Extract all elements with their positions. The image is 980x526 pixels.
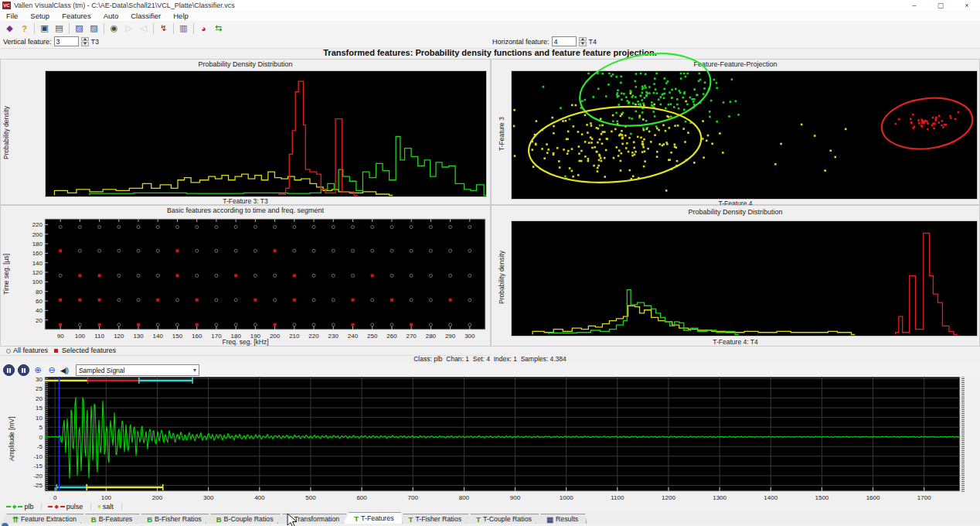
tab-label: Results — [556, 515, 578, 523]
svg-text:20: 20 — [36, 395, 43, 402]
svg-text:160: 160 — [32, 250, 43, 257]
tab-label: Feature Extraction — [21, 515, 77, 523]
tab-label: T-Features — [361, 514, 394, 522]
waveform-plot: 0100200300400500600700800900100011001200… — [23, 377, 968, 501]
segments-ylabel: Time seg. [µs] — [2, 217, 10, 331]
segments-plot[interactable]: 9010011012013014015016017018019020021022… — [23, 215, 492, 345]
tab-results[interactable]: ▦Results — [536, 514, 587, 524]
waveform-prev-button[interactable] — [3, 364, 15, 376]
pdf-t4-panel: Probability Density Distribution Probabi… — [491, 205, 980, 347]
zoom-in-icon[interactable]: ⊕ — [32, 365, 43, 376]
svg-text:-25: -25 — [33, 482, 43, 489]
svg-text:1600: 1600 — [866, 494, 880, 501]
menu-classifier[interactable]: Classifier — [124, 12, 167, 20]
page-title: Transformed features: Probability densit… — [0, 48, 980, 59]
svg-text:80: 80 — [36, 289, 43, 295]
svg-text:900: 900 — [510, 494, 521, 501]
image-icon: ▨ — [75, 23, 83, 33]
signal-select-value: Sampled Signal — [79, 367, 193, 374]
svg-text:-5: -5 — [37, 443, 43, 450]
step-icon: ⇆ — [215, 23, 222, 33]
zoom-out-icon[interactable]: ⊖ — [46, 365, 57, 376]
class-legend-item-pulse: ◆pulse — [42, 502, 91, 511]
class-legend-label: plb — [24, 503, 33, 511]
context-help-button[interactable]: ? — [17, 22, 32, 35]
mouse-cursor — [287, 513, 298, 526]
tab-b-couple-ratios[interactable]: BB-Couple Ratios — [206, 514, 282, 524]
tab-label: T-Fisher Ratios — [415, 515, 461, 523]
all-features-marker-icon — [6, 349, 11, 354]
svg-text:0: 0 — [53, 494, 57, 501]
selected-features-label: Selected features — [62, 347, 116, 354]
tab-t-couple-ratios[interactable]: TT-Couple Ratios — [465, 514, 540, 524]
tab-t-features[interactable]: TT-Features — [343, 512, 402, 524]
pdf-t3-plot — [45, 70, 487, 197]
speaker-icon[interactable]: ◀)) — [60, 367, 68, 374]
vertical-feature-spinner[interactable] — [81, 37, 89, 46]
feature-control-row: Vertical feature: 3 T3 Horizontal featur… — [0, 36, 980, 49]
copy-graphic-2-button[interactable]: ▨ — [87, 22, 101, 35]
menu-auto[interactable]: Auto — [97, 12, 125, 20]
tab-label: B-Couple Ratios — [224, 515, 274, 523]
minimize-button[interactable]: – — [901, 0, 927, 11]
all-features-label: All features — [13, 347, 48, 354]
signal-select[interactable]: Sampled Signal ▾ — [76, 364, 199, 376]
save-button[interactable]: ▣ — [37, 22, 52, 35]
segments-title: Basic features according to time and fre… — [1, 207, 490, 214]
close-button[interactable]: × — [954, 0, 980, 11]
maximize-button[interactable]: ▢ — [927, 0, 954, 11]
menu-setup[interactable]: Setup — [24, 12, 56, 20]
vertical-feature-name: T3 — [91, 38, 100, 46]
horizontal-feature-input[interactable]: 4 — [552, 36, 577, 46]
class-legend-label: pulse — [66, 503, 83, 511]
tab-b-fisher-ratios[interactable]: BB-Fisher Ratios — [136, 514, 210, 524]
salt-marker-icon: ▾ — [97, 503, 101, 511]
step-button[interactable]: ⇆ — [211, 22, 226, 35]
t-features-icon: T — [476, 515, 481, 524]
class-legend-item-salt: ▾salt — [91, 502, 122, 511]
horizontal-feature-name: T4 — [589, 38, 597, 46]
segments-panel: Basic features according to time and fre… — [0, 205, 491, 347]
expand-tree-button: ▷ — [121, 22, 136, 35]
menu-file[interactable]: File — [0, 12, 24, 20]
tab-b-features[interactable]: BB-Features — [80, 514, 141, 524]
toolbar-separator — [193, 23, 194, 34]
svg-text:300: 300 — [203, 494, 214, 501]
save-icon: ▣ — [40, 23, 48, 33]
pdf-t3-panel: Probability Density Distribution Probabi… — [0, 59, 491, 205]
waveform-pause-button[interactable] — [18, 364, 29, 376]
print-button[interactable]: ▤ — [52, 22, 66, 35]
run-classifier-button[interactable]: ◕ — [196, 22, 211, 35]
copy-graphic-button[interactable]: ▨ — [72, 22, 87, 35]
svg-text:120: 120 — [32, 269, 43, 276]
svg-text:-15: -15 — [33, 463, 43, 470]
vertical-feature-label: Vertical feature: — [3, 38, 52, 46]
camera-icon: ◉ — [111, 23, 118, 33]
image-icon: ▨ — [90, 23, 97, 33]
manual-button[interactable]: ◆ — [2, 22, 17, 35]
projection-ylabel: T-Feature 3 — [498, 70, 505, 198]
menu-features[interactable]: Features — [56, 12, 97, 20]
svg-text:1400: 1400 — [764, 494, 778, 501]
run-icon: ◕ — [201, 24, 206, 33]
projection-plot[interactable] — [511, 70, 978, 200]
svg-text:200: 200 — [32, 231, 43, 238]
menu-bar: FileSetupFeaturesAutoClassifierHelp — [0, 11, 980, 22]
tab-label: Transformation — [294, 515, 339, 523]
svg-text:25: 25 — [36, 385, 43, 392]
projection-panel: Feature-Feature-Projection T-Feature 3 T… — [491, 59, 980, 205]
svg-text:1100: 1100 — [611, 494, 624, 501]
tab-feature-extraction[interactable]: ⇈Feature Extraction — [2, 514, 85, 524]
distribution-button[interactable]: ▥ — [176, 22, 191, 35]
svg-text:200: 200 — [152, 494, 163, 501]
segments-xlabel: Freq. seg. [kHz] — [1, 338, 490, 346]
svg-text:-20: -20 — [33, 473, 43, 480]
snapshot-button[interactable]: ◉ — [107, 22, 121, 35]
tab-t-fisher-ratios[interactable]: TT-Fisher Ratios — [398, 514, 470, 524]
menu-help[interactable]: Help — [167, 12, 195, 20]
vertical-feature-input[interactable]: 3 — [54, 36, 79, 46]
svg-text:-10: -10 — [33, 453, 43, 460]
pick-tool-button[interactable]: ↯ — [156, 22, 171, 35]
horizontal-feature-spinner[interactable] — [579, 37, 587, 46]
collapse-tree-button: ◁ — [136, 22, 151, 35]
